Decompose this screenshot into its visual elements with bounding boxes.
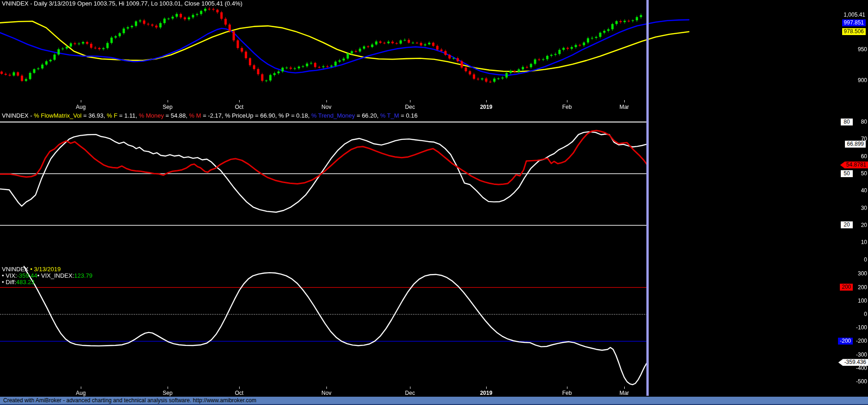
title-segment: = 36.93, xyxy=(82,112,107,119)
axis-tick-label: -200 xyxy=(856,338,867,345)
month-label: Oct xyxy=(226,390,252,396)
axis-tick-label: 100 xyxy=(858,298,867,304)
selected-bar-cursor[interactable] xyxy=(646,0,649,396)
value-badge: 80 xyxy=(841,119,853,125)
title-segment: VNINDEX xyxy=(2,266,30,273)
axis-tick-label: 0 xyxy=(864,311,867,318)
month-label: Nov xyxy=(313,104,339,110)
month-label: Aug xyxy=(68,104,94,110)
axis-tick-label: 900 xyxy=(858,77,867,84)
axis-tick-label: 950 xyxy=(858,46,867,53)
title-segment: % PriceUp = 66.90, % P = 0.18, xyxy=(225,112,311,119)
axis-tick-label: 50 xyxy=(861,170,867,177)
month-label: Nov xyxy=(313,390,339,396)
value-badge: -200 xyxy=(838,338,853,345)
title-segment: % Trend_Money xyxy=(311,112,355,119)
title-segment: VNINDEX - xyxy=(2,112,34,119)
title-segment: = 1.11, xyxy=(117,112,139,119)
axis-tick-label: 80 xyxy=(861,119,867,125)
month-label: Oct xyxy=(226,104,252,110)
title-segment: • 3/13/2019 xyxy=(30,266,60,273)
title-segment: 123.79 xyxy=(74,272,93,279)
axis-tick-label: -300 xyxy=(856,351,867,358)
vix-pane-title: VNINDEX • 3/13/2019 xyxy=(2,266,60,273)
status-bar: Created with AmiBroker - advanced charti… xyxy=(0,397,868,405)
title-segment: • VIX: xyxy=(2,272,17,279)
price-pane-title: VNINDEX - Daily 3/13/2019 Open 1003.75, … xyxy=(2,0,242,7)
title-segment: % M xyxy=(189,112,201,119)
title-segment: % T_M xyxy=(380,112,399,119)
title-segment: = 66.20, xyxy=(355,112,380,119)
month-label: Mar xyxy=(611,104,637,110)
month-label: 2019 xyxy=(473,390,499,396)
amibroker-chart-window: VNINDEX - Daily 3/13/2019 Open 1003.75, … xyxy=(0,0,868,405)
value-badge: 200 xyxy=(840,284,853,291)
value-badge: 1,005.41 xyxy=(842,12,867,18)
value-badge: 54.8781 xyxy=(840,161,868,168)
vix-values-line: • VIX:-359.44• VIX_INDEX:123.79 xyxy=(2,273,92,279)
oscillator-pane-title: VNINDEX - % FlowMatrix_Vol = 36.93, % F … xyxy=(2,113,417,119)
month-label: Mar xyxy=(611,390,637,396)
value-badge: 20 xyxy=(841,221,853,228)
axis-tick-label: -100 xyxy=(856,324,867,331)
month-label: Feb xyxy=(554,390,580,396)
value-badge: 50 xyxy=(841,170,853,177)
title-segment: • VIX_INDEX: xyxy=(37,272,74,279)
axis-tick-label: -500 xyxy=(856,378,867,385)
chart-canvas[interactable] xyxy=(0,0,868,405)
vix-diff-line: • Diff:483.23 xyxy=(2,279,35,286)
title-segment: = 0.16 xyxy=(399,112,417,119)
month-label: Dec xyxy=(397,390,423,396)
month-label: Feb xyxy=(554,104,580,110)
axis-tick-label: 10 xyxy=(861,239,867,246)
value-badge: 997.851 xyxy=(842,19,866,26)
title-segment: • Diff: xyxy=(2,279,16,286)
value-badge: 66.899 xyxy=(845,141,866,148)
title-segment: -359.44 xyxy=(17,272,37,279)
title-segment: % F xyxy=(107,112,117,119)
value-badge: -359.436 xyxy=(838,359,868,366)
title-segment: 483.23 xyxy=(16,279,35,286)
axis-tick-label: 60 xyxy=(861,153,867,160)
axis-tick-label: 300 xyxy=(858,270,867,277)
axis-tick-label: 200 xyxy=(858,284,867,291)
axis-tick-label: 0 xyxy=(864,256,867,263)
axis-tick-label: 20 xyxy=(861,222,867,229)
axis-tick-label: 30 xyxy=(861,205,867,212)
title-segment: % FlowMatrix_Vol xyxy=(34,112,81,119)
month-label: Sep xyxy=(155,104,181,110)
axis-tick-label: 40 xyxy=(861,187,867,194)
month-label: Sep xyxy=(155,390,181,396)
month-label: Aug xyxy=(68,390,94,396)
title-segment: = -2.17, xyxy=(201,112,225,119)
title-segment: = 54.88, xyxy=(164,112,189,119)
month-label: 2019 xyxy=(473,104,499,110)
month-label: Dec xyxy=(397,104,423,110)
value-badge: 978.506 xyxy=(842,28,866,35)
title-segment: % Money xyxy=(139,112,164,119)
